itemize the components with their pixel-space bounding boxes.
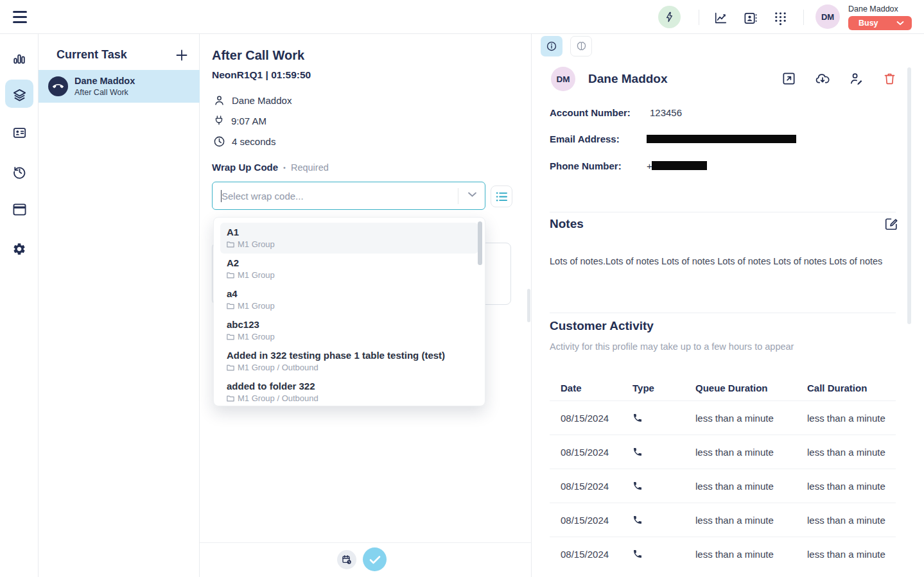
open-profile-button[interactable] [781, 71, 797, 87]
add-task-button[interactable] [175, 48, 189, 62]
phone-icon [632, 549, 695, 559]
email-label: Email Address: [550, 133, 620, 144]
option-group: M1 Group [238, 239, 275, 249]
dropdown-option[interactable]: abc123 M1 Group [220, 315, 478, 346]
call-duration: less than a minute [807, 481, 896, 492]
dropdown-option[interactable]: A1 M1 Group [220, 223, 478, 254]
trash-icon [883, 71, 898, 86]
folder-icon [227, 395, 234, 402]
tasks-nav-item[interactable] [12, 88, 26, 102]
brain-icon [576, 41, 587, 52]
option-label: A2 [227, 257, 472, 269]
table-row[interactable]: 08/15/2024 less than a minute less than … [550, 469, 896, 503]
contacts-nav-item[interactable] [12, 126, 26, 140]
dialpad-icon [774, 11, 787, 26]
footer-divider [200, 542, 532, 543]
text-caret [221, 190, 222, 202]
folder-icon [227, 241, 234, 248]
phone-icon [632, 413, 695, 423]
dropdown-option[interactable]: added to folder 322 M1 Group / Outbound [220, 377, 478, 408]
history-nav-item[interactable] [12, 164, 26, 178]
select-divider [458, 188, 458, 204]
table-row[interactable]: 08/15/2024 less than a minute less than … [550, 537, 896, 571]
hamburger-menu-icon[interactable] [13, 11, 27, 23]
phone-label: Phone Number: [550, 160, 622, 171]
contact-card-icon [743, 11, 758, 26]
status-dropdown-button[interactable]: Busy [848, 16, 912, 30]
email-redaction-bar [647, 135, 796, 143]
option-group: M1 Group [238, 332, 275, 341]
schedule-callback-button[interactable] [337, 550, 356, 569]
settings-nav-item[interactable] [12, 242, 26, 256]
after-call-work-panel: After Call Work NeonR1Q1 | 01:59:50 Dane… [200, 34, 532, 577]
activity-table: Date Type Queue Duration Call Duration 0… [550, 375, 896, 571]
call-duration: less than a minute [807, 447, 896, 458]
user-avatar[interactable]: DM [815, 4, 840, 29]
calendar-clock-icon [342, 555, 352, 565]
dashboard-nav-item[interactable] [12, 52, 26, 66]
wrapup-label: Wrap Up Code [212, 162, 278, 173]
contacts-button[interactable] [742, 10, 758, 26]
edit-notes-button[interactable] [884, 217, 898, 231]
user-name: Dane Maddox [848, 4, 898, 13]
chevron-down-icon[interactable] [467, 191, 477, 198]
current-task-panel: Current Task Dane Maddox After Call Work [39, 34, 200, 577]
account-number-label: Account Number: [550, 107, 631, 118]
table-row[interactable]: 08/15/2024 less than a minute less than … [550, 503, 896, 537]
task-list-item[interactable]: Dane Maddox After Call Work [39, 70, 200, 103]
dialpad-button[interactable] [772, 10, 788, 26]
session-id-timer: NeonR1Q1 | 01:59:50 [212, 69, 311, 81]
layers-icon [12, 88, 26, 103]
start-time-row: 9:07 AM [213, 114, 266, 128]
queue-duration: less than a minute [695, 549, 807, 560]
dropdown-option[interactable]: A2 M1 Group [220, 254, 478, 284]
plug-icon [213, 115, 225, 127]
panel-scrollbar[interactable] [527, 289, 530, 322]
activity-date: 08/15/2024 [561, 515, 632, 526]
activity-date: 08/15/2024 [561, 413, 632, 424]
phone-redaction-bar [652, 161, 707, 170]
option-label: added to folder 322 [227, 380, 472, 392]
column-header: Queue Duration [695, 383, 807, 393]
section-divider [550, 212, 896, 212]
browser-nav-item[interactable] [12, 203, 26, 217]
download-profile-button[interactable] [815, 71, 830, 87]
queue-duration: less than a minute [695, 447, 807, 458]
tab-ai-insights[interactable] [570, 36, 592, 56]
phone-icon [632, 481, 695, 491]
dropdown-option[interactable]: Added in 322 testing phase 1 table testi… [220, 346, 478, 377]
wrap-code-input[interactable] [222, 184, 453, 208]
panel-title: Current Task [57, 48, 127, 62]
topbar-divider [699, 10, 699, 25]
customer-profile-panel: DM Dane Maddox Account Number: 123456 Em… [532, 34, 924, 577]
option-group: M1 Group [238, 270, 275, 280]
account-number-value: 123456 [650, 107, 682, 118]
browse-codes-button[interactable] [491, 185, 512, 207]
wrap-code-select[interactable] [212, 182, 485, 210]
task-contact-name: Dane Maddox [74, 76, 135, 86]
option-group: M1 Group / Outbound [238, 393, 318, 403]
clock-icon [213, 135, 225, 148]
option-label: a4 [227, 288, 472, 300]
panel-scrollbar[interactable] [907, 67, 911, 324]
delete-customer-button[interactable] [883, 71, 898, 87]
complete-task-button[interactable] [363, 547, 387, 571]
section-divider [550, 313, 896, 313]
column-header: Call Duration [807, 383, 896, 393]
dropdown-option[interactable]: a4 M1 Group [220, 284, 478, 315]
dropdown-scrollbar[interactable] [478, 221, 482, 265]
edit-customer-button[interactable] [849, 71, 864, 87]
table-row[interactable]: 08/15/2024 less than a minute less than … [550, 435, 896, 469]
list-icon [496, 191, 508, 202]
tab-profile-info[interactable] [541, 36, 562, 56]
person-edit-icon [849, 71, 864, 86]
folder-icon [227, 364, 234, 371]
wrapup-label-row: Wrap Up Code • Required [212, 162, 329, 173]
call-duration: less than a minute [807, 549, 896, 560]
quick-actions-button[interactable] [658, 6, 681, 28]
customer-activity-title: Customer Activity [550, 319, 654, 333]
stats-chart-button[interactable] [713, 10, 728, 26]
table-row[interactable]: 08/15/2024 less than a minute less than … [550, 400, 896, 435]
queue-duration: less than a minute [695, 481, 807, 492]
call-duration: less than a minute [807, 515, 896, 526]
